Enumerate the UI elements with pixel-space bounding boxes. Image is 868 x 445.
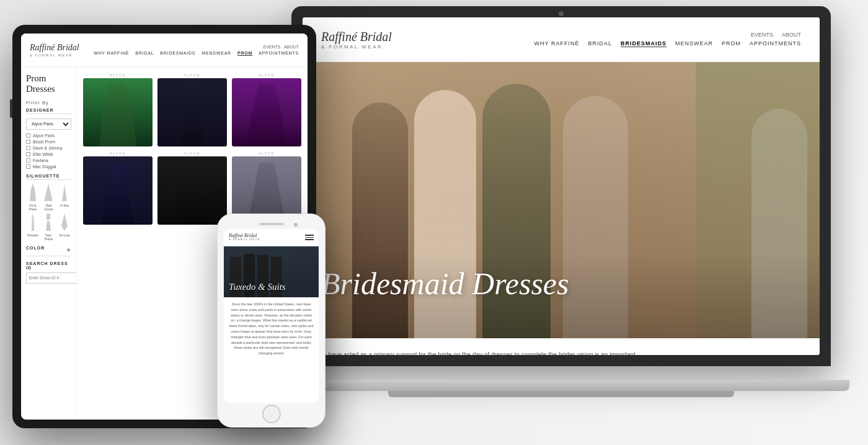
tablet-nav-why[interactable]: WHY RAFFINÉ bbox=[94, 51, 129, 55]
phone-logo: Raffiné Bridal & Formal Wear bbox=[229, 233, 260, 242]
laptop-logo-tagline: & Formal Wear bbox=[321, 44, 392, 50]
laptop-camera bbox=[559, 11, 564, 16]
tablet-logo: Raffiné Bridal & Formal Wear bbox=[30, 43, 79, 56]
phone-body-text-container: Since the late 1800's in the United Stat… bbox=[224, 297, 319, 361]
tablet-filter-dave: Dave & Johnny bbox=[26, 146, 71, 150]
laptop-screen: Raffiné Bridal & Formal Wear EVENTS ABOU… bbox=[303, 17, 820, 355]
tablet-navbar: Raffiné Bridal & Formal Wear EVENTS ABOU… bbox=[21, 34, 308, 67]
phone-hero: Tuxedo & Suits bbox=[224, 246, 319, 297]
tablet-color-label: COLOR + bbox=[26, 246, 71, 256]
tablet-page-title: Prom Dresses bbox=[26, 73, 71, 94]
laptop-hero-background: Bridesmaid Dresses bbox=[303, 62, 820, 338]
tablet-sil-fit-flare[interactable]: Fit & Flare bbox=[26, 184, 40, 211]
laptop-nav-links: EVENTS ABOUT WHY RAFFINÉ BRIDAL BRIDESMA… bbox=[534, 32, 801, 47]
tablet-designer-list: Alyce Paris Blush Prom Dave & Johnny bbox=[26, 133, 71, 169]
tablet-search-section: Search Dress ID → bbox=[26, 261, 71, 284]
main-scene: Raffiné Bridal & Formal Wear EVENTS ABOU… bbox=[0, 0, 868, 445]
phone-menu-button[interactable] bbox=[305, 235, 314, 240]
tablet-dress-3[interactable]: ALYCE bbox=[232, 73, 301, 146]
tablet-silhouette-label: SILHOUETTE bbox=[26, 174, 71, 180]
tablet-sil-sheath[interactable]: Sheath bbox=[26, 214, 40, 241]
tablet-dress-2[interactable]: ALYCE bbox=[157, 73, 227, 146]
tablet-dress-grid: ALYCE ALYCE bbox=[83, 73, 301, 225]
laptop-hero-text: Bridesmaid Dresses bbox=[321, 267, 569, 301]
laptop-hero: Bridesmaid Dresses bbox=[303, 62, 820, 338]
phone-screen: Raffiné Bridal & Formal Wear bbox=[224, 229, 319, 403]
tablet-filter-ellie: Ellie Wilde bbox=[26, 152, 71, 156]
laptop-nav-main: WHY RAFFINÉ BRIDAL BRIDESMAIDS MENSWEAR … bbox=[534, 40, 801, 47]
tablet-side-button bbox=[10, 99, 12, 118]
tablet-filter-faviana: Faviana bbox=[26, 158, 71, 163]
tablet-dress-4[interactable]: ALYCE bbox=[83, 151, 153, 225]
phone-body-text: Since the late 1800's in the United Stat… bbox=[228, 302, 314, 356]
tablet-filter-blush: Blush Prom bbox=[26, 140, 71, 144]
laptop-logo: Raffiné Bridal & Formal Wear bbox=[321, 30, 392, 50]
tablet-silhouette-grid: Fit & Flare Ball Gown bbox=[26, 184, 71, 241]
tablet-sil-two-piece[interactable]: Two-Piece bbox=[42, 214, 56, 241]
tablet-nav-prom[interactable]: PROM bbox=[237, 51, 252, 55]
tablet-sil-aline[interactable]: A-line bbox=[58, 184, 71, 211]
tablet-dress-1[interactable]: ALYCE bbox=[83, 73, 153, 146]
phone-logo-tagline: & Formal Wear bbox=[229, 238, 260, 241]
tablet-nav-appointments[interactable]: APPOINTMENTS bbox=[259, 51, 299, 55]
laptop-nav-menswear[interactable]: MENSWEAR bbox=[675, 40, 713, 47]
laptop-nav-appointments[interactable]: APPOINTMENTS bbox=[750, 40, 801, 47]
phone-hero-title: Tuxedo & Suits bbox=[229, 282, 314, 292]
tablet-nav-main: WHY RAFFINÉ BRIDAL BRIDESMAIDS MENSWEAR … bbox=[94, 51, 299, 55]
laptop-content-section: ids have acted as a primary support for … bbox=[303, 338, 820, 355]
tablet-search-label: Search Dress ID bbox=[26, 261, 71, 270]
svg-rect-0 bbox=[46, 214, 50, 220]
laptop-hero-title: Bridesmaid Dresses bbox=[321, 267, 569, 301]
tablet-search-row: → bbox=[26, 272, 71, 284]
phone-body: Raffiné Bridal & Formal Wear bbox=[217, 214, 326, 428]
tablet-sil-hi-low[interactable]: Hi-Low bbox=[58, 214, 71, 241]
laptop-body-text: ids have acted as a primary support for … bbox=[319, 349, 641, 355]
tablet-nav-menswear[interactable]: MENSWEAR bbox=[202, 51, 231, 55]
laptop-navbar: Raffiné Bridal & Formal Wear EVENTS ABOU… bbox=[303, 17, 820, 62]
phone-home-button[interactable] bbox=[262, 405, 281, 423]
tablet-nav-bridesmaids[interactable]: BRIDESMAIDS bbox=[160, 51, 195, 55]
laptop-nav-bridal[interactable]: BRIDAL bbox=[588, 40, 612, 47]
laptop-nav-bridesmaids[interactable]: BRIDESMAIDS bbox=[621, 40, 666, 47]
laptop-nav-why[interactable]: WHY RAFFINÉ bbox=[534, 40, 580, 47]
tablet-logo-tagline: & Formal Wear bbox=[30, 53, 79, 57]
tablet-designer-label: DESIGNER bbox=[26, 108, 71, 114]
laptop-nav-events[interactable]: EVENTS bbox=[751, 32, 773, 38]
tablet-nav-bridal[interactable]: BRIDAL bbox=[135, 51, 154, 55]
tablet-search-input[interactable] bbox=[26, 272, 77, 284]
tablet-nav-right: EVENTS ABOUT WHY RAFFINÉ BRIDAL BRIDESMA… bbox=[94, 45, 299, 55]
tablet-filter-alyce: Alyce Paris bbox=[26, 133, 71, 138]
phone-speaker bbox=[259, 223, 284, 225]
tablet-filter-by-label: Filter By bbox=[26, 101, 71, 105]
laptop-nav-prom[interactable]: PROM bbox=[722, 40, 741, 47]
phone-hero-content: Tuxedo & Suits bbox=[229, 282, 314, 292]
phone-camera bbox=[294, 223, 298, 227]
tablet-designer-select[interactable]: Alyce Paris Blush Prom Dave & Johnny Ell… bbox=[26, 119, 71, 130]
laptop-body: Raffiné Bridal & Formal Wear EVENTS ABOU… bbox=[291, 6, 831, 366]
phone-navbar: Raffiné Bridal & Formal Wear bbox=[224, 229, 319, 246]
laptop-base bbox=[273, 380, 849, 391]
laptop-nav-about[interactable]: ABOUT bbox=[782, 32, 801, 38]
phone-logo-name: Raffiné Bridal bbox=[229, 233, 257, 238]
tablet-logo-name: Raffiné Bridal bbox=[30, 43, 79, 52]
laptop-nav-top: EVENTS ABOUT bbox=[534, 32, 801, 38]
laptop-device: Raffiné Bridal & Formal Wear EVENTS ABOU… bbox=[291, 6, 831, 391]
tablet-filter-sidebar: Prom Dresses Filter By DESIGNER Alyce Pa… bbox=[21, 67, 77, 420]
tablet-sil-ball-gown[interactable]: Ball Gown bbox=[42, 184, 56, 211]
phone-device: Raffiné Bridal & Formal Wear bbox=[217, 214, 326, 428]
laptop-logo-name: Raffiné Bridal bbox=[321, 30, 392, 43]
tablet-filter-mac: Mac Duggal bbox=[26, 164, 71, 169]
tablet-nav-top: EVENTS ABOUT bbox=[94, 45, 299, 49]
